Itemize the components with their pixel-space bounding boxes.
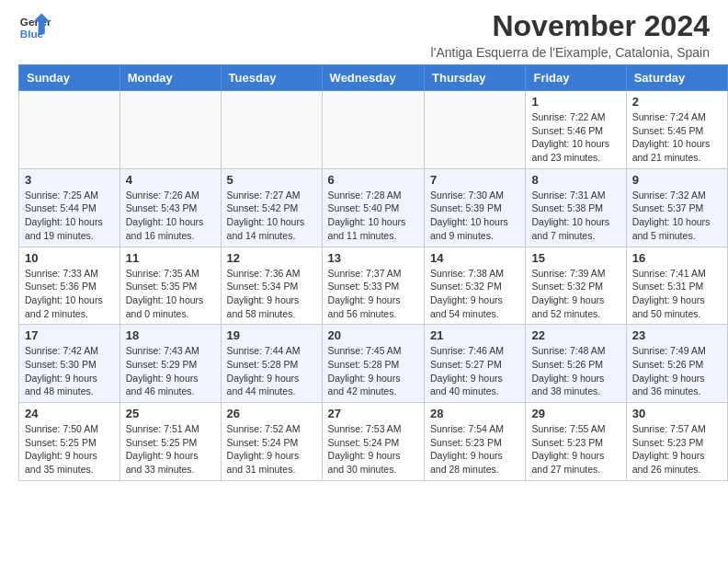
- day-number: 6: [328, 173, 418, 187]
- calendar-day-cell: 17Sunrise: 7:42 AM Sunset: 5:30 PM Dayli…: [19, 325, 120, 403]
- calendar-day-cell: 26Sunrise: 7:52 AM Sunset: 5:24 PM Dayli…: [221, 403, 322, 481]
- day-number: 15: [531, 251, 620, 265]
- calendar-day-cell: [322, 91, 424, 169]
- day-number: 25: [126, 407, 215, 420]
- day-number: 27: [328, 407, 418, 420]
- calendar-day-cell: 7Sunrise: 7:30 AM Sunset: 5:39 PM Daylig…: [425, 168, 526, 247]
- day-number: 21: [430, 328, 519, 342]
- day-info: Sunrise: 7:57 AM Sunset: 5:23 PM Dayligh…: [632, 422, 722, 477]
- title-area: November 2024 l'Antiga Esquerra de l'Eix…: [431, 9, 710, 60]
- day-info: Sunrise: 7:36 AM Sunset: 5:34 PM Dayligh…: [227, 267, 316, 321]
- day-number: 29: [531, 407, 620, 420]
- calendar-day-cell: 9Sunrise: 7:32 AM Sunset: 5:37 PM Daylig…: [626, 168, 727, 247]
- calendar-day-cell: 30Sunrise: 7:57 AM Sunset: 5:23 PM Dayli…: [626, 403, 727, 481]
- day-number: 9: [632, 173, 722, 187]
- day-info: Sunrise: 7:42 AM Sunset: 5:30 PM Dayligh…: [25, 344, 114, 398]
- calendar-week-row: 24Sunrise: 7:50 AM Sunset: 5:25 PM Dayli…: [19, 403, 728, 481]
- calendar-day-cell: [425, 91, 526, 169]
- calendar-week-row: 3Sunrise: 7:25 AM Sunset: 5:44 PM Daylig…: [19, 168, 728, 247]
- calendar-container: SundayMondayTuesdayWednesdayThursdayFrid…: [0, 64, 728, 490]
- calendar-day-cell: 28Sunrise: 7:54 AM Sunset: 5:23 PM Dayli…: [425, 403, 526, 481]
- calendar-day-cell: 5Sunrise: 7:27 AM Sunset: 5:42 PM Daylig…: [221, 168, 322, 247]
- day-info: Sunrise: 7:41 AM Sunset: 5:31 PM Dayligh…: [632, 267, 722, 321]
- day-info: Sunrise: 7:38 AM Sunset: 5:32 PM Dayligh…: [430, 267, 519, 321]
- weekday-header-cell: Thursday: [425, 65, 526, 91]
- day-number: 13: [328, 251, 418, 265]
- day-number: 22: [531, 328, 620, 342]
- day-info: Sunrise: 7:43 AM Sunset: 5:29 PM Dayligh…: [126, 344, 215, 398]
- day-number: 23: [632, 328, 722, 342]
- day-number: 5: [227, 173, 316, 187]
- day-info: Sunrise: 7:45 AM Sunset: 5:28 PM Dayligh…: [328, 344, 418, 398]
- calendar-day-cell: 6Sunrise: 7:28 AM Sunset: 5:40 PM Daylig…: [322, 168, 424, 247]
- calendar-week-row: 10Sunrise: 7:33 AM Sunset: 5:36 PM Dayli…: [19, 247, 728, 325]
- calendar-week-row: 1Sunrise: 7:22 AM Sunset: 5:46 PM Daylig…: [19, 91, 728, 169]
- day-info: Sunrise: 7:53 AM Sunset: 5:24 PM Dayligh…: [328, 422, 418, 477]
- logo: General Blue: [18, 9, 51, 42]
- day-info: Sunrise: 7:30 AM Sunset: 5:39 PM Dayligh…: [430, 189, 519, 243]
- calendar-day-cell: 18Sunrise: 7:43 AM Sunset: 5:29 PM Dayli…: [119, 325, 221, 403]
- day-number: 12: [227, 251, 316, 265]
- calendar-day-cell: [221, 91, 322, 169]
- calendar-day-cell: 22Sunrise: 7:48 AM Sunset: 5:26 PM Dayli…: [526, 325, 626, 403]
- calendar-day-cell: 15Sunrise: 7:39 AM Sunset: 5:32 PM Dayli…: [526, 247, 626, 325]
- day-number: 2: [632, 95, 722, 109]
- weekday-header-row: SundayMondayTuesdayWednesdayThursdayFrid…: [19, 65, 728, 91]
- day-info: Sunrise: 7:31 AM Sunset: 5:38 PM Dayligh…: [531, 189, 620, 243]
- calendar-table: SundayMondayTuesdayWednesdayThursdayFrid…: [18, 64, 728, 481]
- day-info: Sunrise: 7:25 AM Sunset: 5:44 PM Dayligh…: [25, 189, 114, 243]
- calendar-day-cell: 29Sunrise: 7:55 AM Sunset: 5:23 PM Dayli…: [526, 403, 626, 481]
- calendar-day-cell: 23Sunrise: 7:49 AM Sunset: 5:26 PM Dayli…: [626, 325, 727, 403]
- calendar-week-row: 17Sunrise: 7:42 AM Sunset: 5:30 PM Dayli…: [19, 325, 728, 403]
- weekday-header-cell: Friday: [526, 65, 626, 91]
- day-number: 8: [531, 173, 620, 187]
- day-number: 19: [227, 328, 316, 342]
- calendar-day-cell: [119, 91, 221, 169]
- day-info: Sunrise: 7:55 AM Sunset: 5:23 PM Dayligh…: [531, 422, 620, 477]
- calendar-day-cell: 21Sunrise: 7:46 AM Sunset: 5:27 PM Dayli…: [425, 325, 526, 403]
- logo-icon: General Blue: [18, 9, 51, 42]
- day-info: Sunrise: 7:49 AM Sunset: 5:26 PM Dayligh…: [632, 344, 722, 398]
- weekday-header-cell: Sunday: [19, 65, 120, 91]
- day-number: 10: [25, 251, 114, 265]
- calendar-day-cell: 13Sunrise: 7:37 AM Sunset: 5:33 PM Dayli…: [322, 247, 424, 325]
- day-info: Sunrise: 7:44 AM Sunset: 5:28 PM Dayligh…: [227, 344, 316, 398]
- calendar-day-cell: 27Sunrise: 7:53 AM Sunset: 5:24 PM Dayli…: [322, 403, 424, 481]
- calendar-day-cell: 20Sunrise: 7:45 AM Sunset: 5:28 PM Dayli…: [322, 325, 424, 403]
- day-info: Sunrise: 7:37 AM Sunset: 5:33 PM Dayligh…: [328, 267, 418, 321]
- day-info: Sunrise: 7:33 AM Sunset: 5:36 PM Dayligh…: [25, 267, 114, 321]
- weekday-header-cell: Monday: [119, 65, 221, 91]
- calendar-day-cell: 2Sunrise: 7:24 AM Sunset: 5:45 PM Daylig…: [626, 91, 727, 169]
- calendar-day-cell: 1Sunrise: 7:22 AM Sunset: 5:46 PM Daylig…: [526, 91, 626, 169]
- day-info: Sunrise: 7:32 AM Sunset: 5:37 PM Dayligh…: [632, 189, 722, 243]
- page-header: General Blue November 2024 l'Antiga Esqu…: [0, 0, 728, 64]
- day-info: Sunrise: 7:48 AM Sunset: 5:26 PM Dayligh…: [531, 344, 620, 398]
- day-info: Sunrise: 7:54 AM Sunset: 5:23 PM Dayligh…: [430, 422, 519, 477]
- calendar-day-cell: 4Sunrise: 7:26 AM Sunset: 5:43 PM Daylig…: [119, 168, 221, 247]
- day-number: 7: [430, 173, 519, 187]
- location: l'Antiga Esquerra de l'Eixample, Catalon…: [431, 45, 710, 60]
- day-info: Sunrise: 7:46 AM Sunset: 5:27 PM Dayligh…: [430, 344, 519, 398]
- day-info: Sunrise: 7:39 AM Sunset: 5:32 PM Dayligh…: [531, 267, 620, 321]
- day-info: Sunrise: 7:22 AM Sunset: 5:46 PM Dayligh…: [531, 110, 620, 165]
- day-info: Sunrise: 7:26 AM Sunset: 5:43 PM Dayligh…: [126, 189, 215, 243]
- day-number: 26: [227, 407, 316, 420]
- day-number: 16: [632, 251, 722, 265]
- calendar-day-cell: 11Sunrise: 7:35 AM Sunset: 5:35 PM Dayli…: [119, 247, 221, 325]
- day-number: 11: [126, 251, 215, 265]
- day-info: Sunrise: 7:50 AM Sunset: 5:25 PM Dayligh…: [25, 422, 114, 477]
- day-number: 18: [126, 328, 215, 342]
- calendar-day-cell: 12Sunrise: 7:36 AM Sunset: 5:34 PM Dayli…: [221, 247, 322, 325]
- day-number: 3: [25, 173, 114, 187]
- day-info: Sunrise: 7:52 AM Sunset: 5:24 PM Dayligh…: [227, 422, 316, 477]
- day-number: 28: [430, 407, 519, 420]
- calendar-day-cell: 8Sunrise: 7:31 AM Sunset: 5:38 PM Daylig…: [526, 168, 626, 247]
- day-number: 1: [531, 95, 620, 109]
- calendar-day-cell: [19, 91, 120, 169]
- calendar-day-cell: 3Sunrise: 7:25 AM Sunset: 5:44 PM Daylig…: [19, 168, 120, 247]
- weekday-header-cell: Wednesday: [322, 65, 424, 91]
- day-number: 17: [25, 328, 114, 342]
- day-info: Sunrise: 7:24 AM Sunset: 5:45 PM Dayligh…: [632, 110, 722, 165]
- calendar-day-cell: 16Sunrise: 7:41 AM Sunset: 5:31 PM Dayli…: [626, 247, 727, 325]
- day-number: 14: [430, 251, 519, 265]
